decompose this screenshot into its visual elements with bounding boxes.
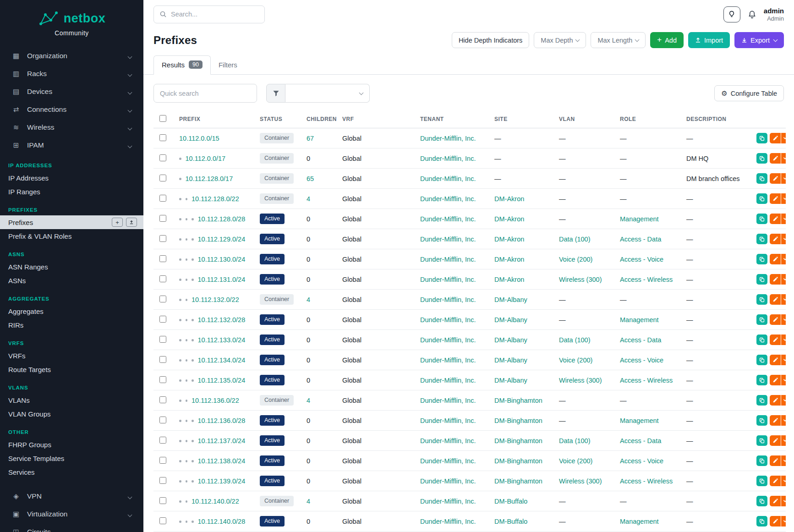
edit-dropdown-button[interactable] — [781, 254, 786, 264]
vlan-link[interactable]: Wireless (300) — [559, 276, 602, 283]
column-header-description[interactable]: DESCRIPTION — [682, 110, 752, 128]
sidebar-item-vlans[interactable]: VLANs — [0, 393, 143, 407]
vlan-link[interactable]: Data (100) — [559, 236, 591, 243]
site-link[interactable]: DM-Binghamton — [494, 457, 542, 465]
prefix-link[interactable]: 10.112.128.0/28 — [198, 215, 246, 223]
children-count-link[interactable]: 67 — [307, 135, 314, 142]
quick-search-input[interactable] — [153, 84, 257, 103]
tab-filters[interactable]: Filters — [211, 56, 245, 74]
sidebar-item-ip-ranges[interactable]: IP Ranges — [0, 185, 143, 198]
copy-button[interactable] — [756, 335, 767, 345]
sidebar-item-devices[interactable]: ▤Devices — [0, 82, 143, 100]
edit-dropdown-button[interactable] — [781, 415, 786, 426]
prefix-link[interactable]: 10.112.137.0/24 — [198, 437, 246, 444]
copy-button[interactable] — [756, 254, 767, 264]
role-link[interactable]: Access - Wireless — [620, 477, 673, 485]
saved-filter-select[interactable] — [285, 84, 370, 103]
row-checkbox[interactable] — [159, 437, 166, 444]
role-link[interactable]: Access - Voice — [620, 256, 663, 263]
row-checkbox[interactable] — [159, 255, 166, 262]
sidebar-item-connections[interactable]: ⇄Connections — [0, 100, 143, 118]
column-header-vrf[interactable]: VRF — [338, 110, 416, 128]
copy-button[interactable] — [756, 173, 767, 184]
row-checkbox[interactable] — [159, 296, 166, 302]
column-header-prefix[interactable]: PREFIX — [175, 110, 255, 128]
sidebar-item-service-templates[interactable]: Service Templates — [0, 451, 143, 465]
tenant-link[interactable]: Dunder-Mifflin, Inc. — [420, 236, 476, 243]
row-checkbox[interactable] — [159, 235, 166, 242]
sidebar-item-asns[interactable]: ASNs — [0, 274, 143, 287]
edit-button[interactable] — [770, 496, 781, 506]
tenant-link[interactable]: Dunder-Mifflin, Inc. — [420, 457, 476, 465]
edit-button[interactable] — [770, 375, 781, 385]
sidebar-item-vlan-groups[interactable]: VLAN Groups — [0, 407, 143, 421]
prefix-link[interactable]: 10.112.131.0/24 — [198, 276, 246, 283]
edit-dropdown-button[interactable] — [781, 375, 786, 385]
prefix-link[interactable]: 10.112.133.0/24 — [198, 336, 246, 344]
edit-dropdown-button[interactable] — [781, 193, 786, 204]
tenant-link[interactable]: Dunder-Mifflin, Inc. — [420, 316, 476, 324]
tenant-link[interactable]: Dunder-Mifflin, Inc. — [420, 417, 476, 424]
configure-table-button[interactable]: ⚙ Configure Table — [714, 85, 784, 101]
sidebar-item-rirs[interactable]: RIRs — [0, 318, 143, 332]
row-checkbox[interactable] — [159, 457, 166, 464]
tenant-link[interactable]: Dunder-Mifflin, Inc. — [420, 135, 476, 142]
sidebar-item-route-targets[interactable]: Route Targets — [0, 362, 143, 376]
site-link[interactable]: DM-Albany — [494, 336, 527, 344]
prefix-link[interactable]: 10.112.139.0/24 — [198, 477, 246, 485]
site-link[interactable]: DM-Akron — [494, 276, 524, 283]
edit-button[interactable] — [770, 294, 781, 305]
copy-button[interactable] — [756, 435, 767, 446]
vlan-link[interactable]: Voice (200) — [559, 356, 592, 364]
role-link[interactable]: Access - Data — [620, 336, 661, 344]
brand[interactable]: netbox Community — [0, 0, 143, 40]
site-link[interactable]: DM-Binghamton — [494, 437, 542, 444]
row-checkbox[interactable] — [159, 154, 166, 161]
edit-button[interactable] — [770, 395, 781, 406]
tenant-link[interactable]: Dunder-Mifflin, Inc. — [420, 477, 476, 485]
sidebar-item-fhrp-groups[interactable]: FHRP Groups — [0, 438, 143, 451]
row-checkbox[interactable] — [159, 477, 166, 484]
edit-button[interactable] — [770, 193, 781, 204]
role-link[interactable]: Access - Voice — [620, 457, 663, 465]
user-menu[interactable]: admin Admin — [764, 7, 784, 22]
edit-button[interactable] — [770, 133, 781, 143]
site-link[interactable]: DM-Buffalo — [494, 498, 527, 505]
vlan-link[interactable]: Wireless (300) — [559, 377, 602, 384]
site-link[interactable]: DM-Akron — [494, 215, 524, 223]
copy-button[interactable] — [756, 496, 767, 506]
export-button[interactable]: Export — [734, 32, 784, 48]
row-checkbox[interactable] — [159, 195, 166, 202]
tenant-link[interactable]: Dunder-Mifflin, Inc. — [420, 377, 476, 384]
sidebar-item-wireless[interactable]: ≋Wireless — [0, 118, 143, 136]
edit-dropdown-button[interactable] — [781, 335, 786, 345]
edit-dropdown-button[interactable] — [781, 214, 786, 224]
prefix-link[interactable]: 10.112.136.0/28 — [198, 417, 246, 424]
column-header-site[interactable]: SITE — [490, 110, 554, 128]
role-link[interactable]: Access - Data — [620, 437, 661, 444]
prefix-link[interactable]: 10.112.130.0/24 — [198, 256, 246, 263]
edit-button[interactable] — [770, 254, 781, 264]
sidebar-item-prefix-vlan-roles[interactable]: Prefix & VLAN Roles — [0, 229, 143, 243]
role-link[interactable]: Management — [620, 215, 659, 223]
column-header-vlan[interactable]: VLAN — [554, 110, 615, 128]
column-header-status[interactable]: STATUS — [255, 110, 302, 128]
row-checkbox[interactable] — [159, 417, 166, 423]
sidebar-item-vrfs[interactable]: VRFs — [0, 349, 143, 362]
vlan-link[interactable]: Data (100) — [559, 336, 591, 344]
sidebar-item-organization[interactable]: ▦Organization — [0, 47, 143, 65]
edit-button[interactable] — [770, 476, 781, 486]
edit-button[interactable] — [770, 415, 781, 426]
edit-dropdown-button[interactable] — [781, 314, 786, 325]
prefix-link[interactable]: 10.112.135.0/24 — [198, 377, 246, 384]
prefix-link[interactable]: 10.112.0.0/15 — [179, 135, 219, 142]
vlan-link[interactable]: Data (100) — [559, 437, 591, 444]
sidebar-item-ipam[interactable]: ⊞IPAM — [0, 136, 143, 154]
row-checkbox[interactable] — [159, 134, 166, 141]
tenant-link[interactable]: Dunder-Mifflin, Inc. — [420, 215, 476, 223]
row-checkbox[interactable] — [159, 215, 166, 222]
prefix-link[interactable]: 10.112.132.0/22 — [192, 296, 239, 303]
max-depth-dropdown[interactable]: Max Depth — [534, 32, 586, 48]
filter-button[interactable] — [266, 84, 285, 103]
copy-button[interactable] — [756, 415, 767, 426]
